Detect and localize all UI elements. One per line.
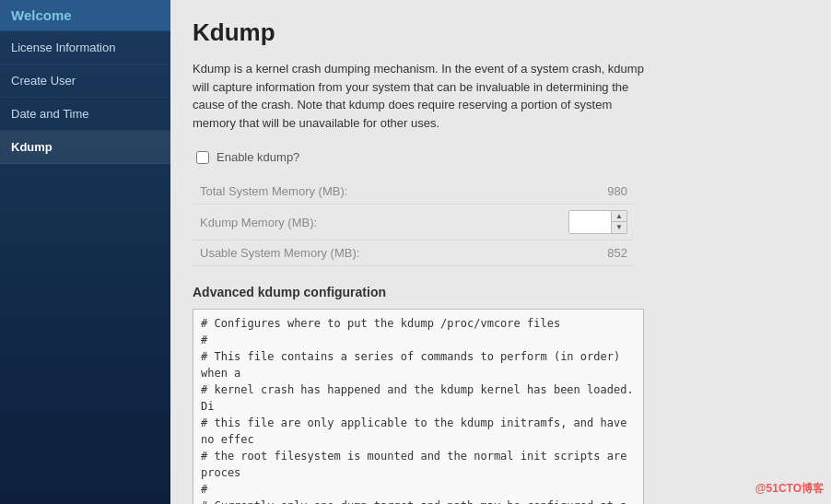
sidebar-header: Welcome — [0, 0, 170, 31]
total-memory-row: Total System Memory (MB): 980 — [193, 179, 635, 205]
sidebar-item-kdump[interactable]: Kdump — [0, 131, 170, 164]
kdump-memory-label: Kdump Memory (MB): — [200, 216, 568, 229]
config-box-wrapper — [193, 309, 644, 504]
total-memory-label: Total System Memory (MB): — [200, 184, 572, 198]
usable-memory-label: Usable System Memory (MB): — [200, 246, 572, 260]
spin-up-button[interactable]: ▲ — [612, 211, 626, 222]
enable-kdump-row: Enable kdump? — [193, 150, 809, 164]
kdump-memory-spinner: 128 ▲ ▼ — [568, 210, 627, 234]
sidebar: Welcome License Information Create User … — [0, 0, 170, 504]
sidebar-item-date-time[interactable]: Date and Time — [0, 98, 170, 131]
page-title: Kdump — [193, 18, 809, 47]
watermark: @51CTO博客 — [755, 481, 824, 497]
sidebar-item-license[interactable]: License Information — [0, 31, 170, 64]
config-textarea[interactable] — [193, 310, 643, 504]
total-memory-value: 980 — [572, 184, 627, 198]
enable-kdump-checkbox[interactable] — [196, 151, 209, 164]
kdump-description: Kdump is a kernel crash dumping mechanis… — [193, 60, 653, 132]
usable-memory-row: Usable System Memory (MB): 852 — [193, 240, 635, 266]
sidebar-item-create-user[interactable]: Create User — [0, 64, 170, 98]
main-content: Kdump Kdump is a kernel crash dumping me… — [170, 0, 831, 504]
spin-buttons: ▲ ▼ — [611, 211, 626, 233]
advanced-config-title: Advanced kdump configuration — [193, 285, 809, 299]
enable-kdump-label: Enable kdump? — [217, 150, 299, 164]
spin-down-button[interactable]: ▼ — [612, 222, 626, 233]
usable-memory-value: 852 — [572, 246, 627, 260]
kdump-memory-input[interactable]: 128 — [569, 214, 611, 231]
kdump-memory-row: Kdump Memory (MB): 128 ▲ ▼ — [193, 205, 635, 240]
